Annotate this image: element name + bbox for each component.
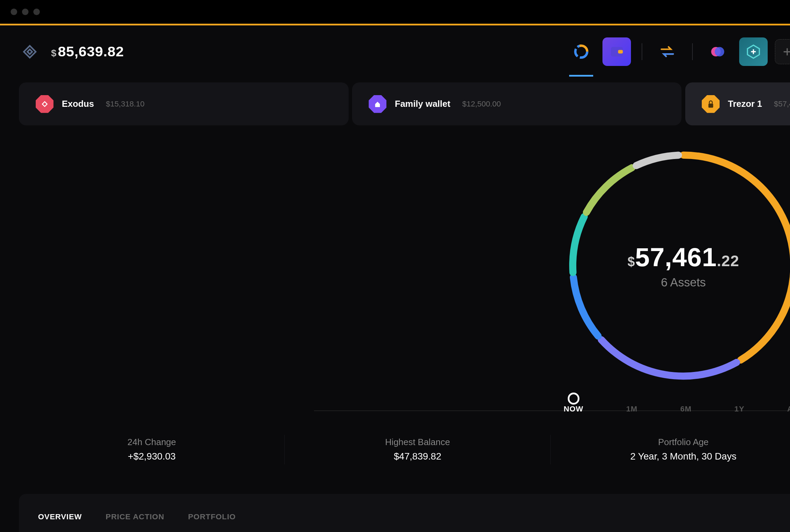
traffic-close-icon[interactable] [11,9,17,15]
traffic-min-icon[interactable] [22,9,29,15]
nav-exchange-icon[interactable] [653,37,681,66]
total-balance: $85,639.82 [51,43,124,60]
nav-portfolio-icon[interactable] [567,37,596,66]
time-range-now[interactable]: NOW [564,405,584,414]
wallet-trezor-icon [702,95,720,113]
window-titlebar [0,0,790,24]
assets-count: 6 Assets [628,275,739,289]
time-range-6m[interactable]: 6M [680,405,692,414]
traffic-max-icon[interactable] [33,9,40,15]
wallet-tab-name: Family wallet [395,99,450,109]
stat-24h-change: 24h Change +$2,930.03 [19,435,285,464]
wallet-family-icon [369,95,386,113]
nav-divider [642,43,642,60]
nav-add-button[interactable] [775,39,790,64]
nav-center [567,37,790,66]
wallet-tab-trezor[interactable]: Trezor 1 $57,461.22 [685,82,790,125]
tab-portfolio[interactable]: PORTFOLIO [188,512,236,521]
wallet-tab-exodus[interactable]: Exodus $15,318.10 [19,82,348,125]
wallet-tab-name: Exodus [62,99,94,109]
wallet-tabs: Exodus $15,318.10 Family wallet $12,500.… [19,82,790,125]
tab-price-action[interactable]: PRICE ACTION [106,512,165,521]
stat-portfolio-age: Portfolio Age 2 Year, 3 Month, 30 Days [551,435,790,464]
portfolio-balance: $57,461.22 [628,242,739,272]
nav-apps-icon[interactable] [703,37,732,66]
logo-balance-group: $85,639.82 [19,41,124,62]
stat-highest-balance: Highest Balance $47,839.82 [285,435,551,464]
time-range-selector: NOW 1M 6M 1Y ALL [564,405,790,414]
wallet-tab-name: Trezor 1 [728,99,762,109]
svg-rect-17 [708,103,713,107]
wallet-tab-family[interactable]: Family wallet $12,500.00 [352,82,681,125]
app-logo-icon[interactable] [19,41,40,62]
table-tabs: OVERVIEW PRICE ACTION PORTFOLIO [38,512,236,521]
donut-center: $57,461.22 6 Assets [628,242,739,289]
time-range-all[interactable]: ALL [787,405,790,414]
wallet-exodus-icon [36,95,54,113]
assets-table-section: OVERVIEW PRICE ACTION PORTFOLIO With bal… [19,494,790,532]
nav-add-hex-icon[interactable] [739,37,768,66]
wallet-tab-amount: $15,318.10 [106,100,145,109]
tab-overview[interactable]: OVERVIEW [38,512,82,521]
time-range-1m[interactable]: 1M [626,405,637,414]
nav-wallet-icon[interactable] [602,37,631,66]
stats-row: 24h Change +$2,930.03 Highest Balance $4… [19,435,790,464]
wallet-tab-amount: $12,500.00 [462,100,501,109]
portfolio-donut: $57,461.22 6 Assets [558,141,790,390]
wallet-tab-amount: $57,461.22 [774,100,790,109]
svg-rect-3 [618,50,623,53]
time-range-1y[interactable]: 1Y [734,405,744,414]
nav-divider [692,43,693,60]
topbar: $85,639.82 [0,25,790,78]
main-chart: $57,461.22 6 Assets NOW 1M 6M 1Y ALL 24h… [0,125,790,464]
svg-point-5 [715,47,724,57]
table-tabs-row: OVERVIEW PRICE ACTION PORTFOLIO With bal… [38,512,790,522]
